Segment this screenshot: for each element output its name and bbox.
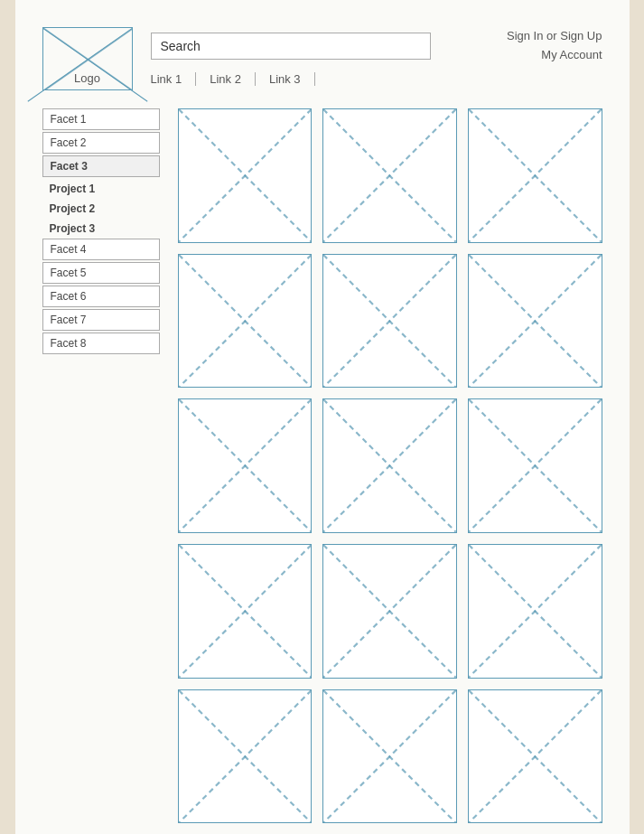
header-right: Sign In or Sign Up My Account Link 1 Lin… [151, 27, 602, 86]
grid-item-2-3[interactable] [468, 254, 602, 389]
grid-item-1-1[interactable] [178, 108, 313, 243]
sidebar-facet-6[interactable]: Facet 6 [42, 286, 160, 307]
grid-row-3 [178, 398, 602, 533]
grid-item-3-2[interactable] [322, 398, 457, 533]
sidebar-facet-7[interactable]: Facet 7 [42, 309, 160, 331]
sidebar-project-3[interactable]: Project 3 [42, 219, 160, 239]
sidebar-facet-1[interactable]: Facet 1 [42, 108, 160, 130]
grid-row-1 [178, 108, 602, 243]
sidebar-facet-3[interactable]: Facet 3 [42, 155, 160, 177]
grid-item-2-1[interactable] [178, 254, 313, 389]
grid-item-2-2[interactable] [322, 254, 457, 389]
nav-link-3[interactable]: Link 3 [256, 72, 315, 86]
grid-item-1-3[interactable] [468, 108, 602, 243]
nav-link-1[interactable]: Link 1 [151, 72, 197, 86]
grid-item-5-3[interactable] [468, 689, 602, 824]
grid-item-4-1[interactable] [178, 544, 313, 679]
sidebar-facet-4[interactable]: Facet 4 [42, 239, 160, 260]
nav-link-2[interactable]: Link 2 [196, 72, 256, 86]
grid-row-4 [178, 544, 602, 679]
main-layout: Facet 1 Facet 2 Facet 3 Project 1 Projec… [42, 108, 602, 834]
account-link[interactable]: My Account [541, 46, 602, 65]
nav-link-spacer [315, 72, 342, 86]
content-grid [178, 108, 602, 834]
logo-label: Logo [74, 71, 100, 85]
sign-in-link[interactable]: Sign In or Sign Up [507, 27, 602, 46]
sidebar-project-2[interactable]: Project 2 [42, 199, 160, 219]
grid-item-5-2[interactable] [322, 689, 457, 824]
sidebar: Facet 1 Facet 2 Facet 3 Project 1 Projec… [42, 108, 160, 834]
nav-links: Link 1 Link 2 Link 3 [151, 72, 602, 86]
auth-links: Sign In or Sign Up My Account [507, 27, 602, 65]
logo: Logo [42, 27, 133, 90]
grid-item-4-3[interactable] [468, 544, 602, 679]
search-input[interactable] [151, 33, 431, 60]
sidebar-facet-5[interactable]: Facet 5 [42, 262, 160, 284]
grid-item-3-3[interactable] [468, 398, 602, 533]
grid-item-5-1[interactable] [178, 689, 313, 824]
grid-item-1-2[interactable] [322, 108, 457, 243]
grid-row-2 [178, 254, 602, 389]
search-row: Sign In or Sign Up My Account [151, 27, 602, 65]
sidebar-facet-2[interactable]: Facet 2 [42, 132, 160, 154]
page-container: Logo Sign In or Sign Up My Account Link … [15, 0, 630, 834]
sidebar-project-1[interactable]: Project 1 [42, 179, 160, 199]
grid-item-3-1[interactable] [178, 398, 313, 533]
sidebar-facet-8[interactable]: Facet 8 [42, 333, 160, 354]
header: Logo Sign In or Sign Up My Account Link … [42, 27, 602, 90]
grid-row-5 [178, 689, 602, 824]
grid-item-4-2[interactable] [322, 544, 457, 679]
